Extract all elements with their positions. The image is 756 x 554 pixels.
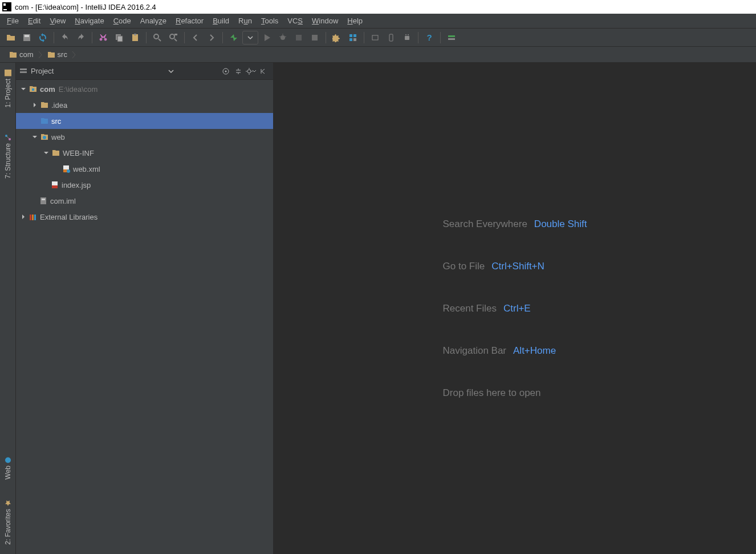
breadcrumb-label: src — [58, 50, 67, 59]
xml-file-icon — [62, 164, 71, 173]
hide-panel-button[interactable] — [257, 65, 270, 78]
save-button[interactable] — [19, 30, 34, 45]
svg-line-10 — [158, 39, 161, 41]
svg-point-28 — [408, 34, 409, 35]
tree-row-libraries[interactable]: External Libraries — [16, 209, 273, 225]
hint-label: Recent Files — [443, 303, 497, 314]
copy-button[interactable] — [112, 30, 127, 45]
project-panel-title-combo[interactable]: Project — [19, 67, 174, 75]
tool-window-project[interactable]: 1: Project — [4, 65, 12, 112]
svg-rect-6 — [117, 36, 123, 42]
coverage-button[interactable] — [291, 30, 306, 45]
svg-rect-8 — [134, 34, 136, 35]
paste-button[interactable] — [128, 30, 143, 45]
sync-button[interactable] — [35, 30, 50, 45]
hint-label: Search Everywhere — [443, 219, 527, 230]
breadcrumb-item[interactable]: com — [5, 48, 38, 61]
debug-button[interactable] — [275, 30, 290, 45]
replace-button[interactable] — [166, 30, 181, 45]
tree-label: com.iml — [50, 197, 76, 205]
separator — [326, 32, 326, 43]
svg-point-35 — [5, 457, 11, 463]
tool-window-web[interactable]: Web — [4, 452, 12, 484]
libraries-icon — [29, 212, 38, 221]
arrow-down-icon[interactable] — [19, 85, 27, 93]
tree-label: web — [51, 133, 65, 141]
forward-button[interactable] — [204, 30, 219, 45]
menu-navigate[interactable]: Navigate — [70, 14, 108, 27]
run-config-combo[interactable] — [242, 31, 258, 45]
project-view-icon — [19, 67, 27, 75]
tree-row-selected[interactable]: src — [16, 113, 273, 129]
svg-rect-41 — [32, 88, 34, 91]
source-folder-icon — [40, 116, 49, 126]
help-button[interactable]: ? — [422, 30, 437, 45]
svg-point-40 — [247, 70, 251, 73]
menu-run[interactable]: Run — [234, 14, 257, 27]
find-button[interactable] — [150, 30, 165, 45]
back-button[interactable] — [188, 30, 203, 45]
arrow-placeholder — [31, 117, 39, 125]
hint-label: Drop files here to open — [443, 387, 541, 399]
tree-row-root[interactable]: com E:\idea\com — [16, 81, 273, 97]
svg-rect-51 — [32, 215, 34, 220]
menu-analyze[interactable]: Analyze — [136, 14, 171, 27]
menu-vcs[interactable]: VCS — [283, 14, 307, 27]
settings-button[interactable] — [330, 30, 344, 45]
hint-key: Ctrl+Shift+N — [491, 261, 544, 272]
separator — [54, 32, 54, 43]
tool-window-structure[interactable]: 7: Structure — [4, 130, 12, 183]
arrow-right-icon[interactable] — [19, 213, 27, 221]
menu-window[interactable]: Window — [307, 14, 343, 27]
svg-point-14 — [281, 35, 285, 40]
stop-button[interactable] — [307, 30, 322, 45]
menu-code[interactable]: Code — [109, 14, 136, 27]
arrow-down-icon[interactable] — [31, 133, 39, 141]
tree-path: E:\idea\com — [59, 85, 98, 94]
arrow-right-icon[interactable] — [31, 101, 39, 109]
tree-row[interactable]: web.xml — [16, 161, 273, 177]
panel-settings-button[interactable] — [245, 65, 257, 78]
tree-row[interactable]: .idea — [16, 97, 273, 113]
cut-button[interactable] — [96, 30, 111, 45]
sdk-button[interactable] — [368, 30, 383, 45]
menu-tools[interactable]: Tools — [257, 14, 283, 27]
tool-window-favorites[interactable]: 2: Favorites — [4, 495, 12, 549]
svg-rect-52 — [34, 215, 36, 220]
folder-icon — [47, 51, 55, 59]
redo-button[interactable] — [74, 30, 88, 45]
tree-row[interactable]: WEB-INF — [16, 145, 273, 161]
make-button[interactable] — [226, 30, 241, 45]
tree-row[interactable]: web — [16, 129, 273, 145]
menu-edit[interactable]: Edit — [23, 14, 45, 27]
menu-view[interactable]: View — [45, 14, 70, 27]
tree-row[interactable]: com.iml — [16, 193, 273, 209]
breadcrumb-item[interactable]: src — [43, 48, 72, 61]
undo-button[interactable] — [58, 30, 72, 45]
editor-area[interactable]: Search Everywhere Double Shift Go to Fil… — [274, 63, 756, 554]
project-structure-button[interactable] — [346, 30, 360, 45]
arrow-down-icon[interactable] — [42, 149, 50, 157]
svg-rect-48 — [40, 197, 46, 204]
welcome-hints: Search Everywhere Double Shift Go to Fil… — [443, 219, 587, 399]
tree-row[interactable]: index.jsp — [16, 177, 273, 193]
menu-help[interactable]: Help — [343, 14, 367, 27]
run-button[interactable] — [259, 30, 274, 45]
svg-point-42 — [43, 136, 46, 139]
android-button[interactable] — [400, 30, 414, 45]
project-tree[interactable]: com E:\idea\com .idea src web WE — [16, 80, 273, 554]
chevron-right-icon — [38, 47, 43, 63]
svg-point-9 — [154, 34, 158, 39]
menu-build[interactable]: Build — [208, 14, 234, 27]
tree-label: src — [51, 117, 61, 126]
svg-rect-49 — [42, 199, 45, 200]
menu-file[interactable]: File — [2, 14, 23, 27]
open-button[interactable] — [3, 30, 18, 45]
folder-icon — [40, 100, 49, 110]
breadcrumb-label: com — [19, 50, 34, 59]
collapse-all-button[interactable] — [232, 65, 245, 78]
avd-button[interactable] — [384, 30, 399, 45]
menu-refactor[interactable]: Refactor — [171, 14, 208, 27]
search-everywhere-button[interactable] — [444, 30, 459, 45]
scroll-from-source-button[interactable] — [220, 65, 232, 78]
